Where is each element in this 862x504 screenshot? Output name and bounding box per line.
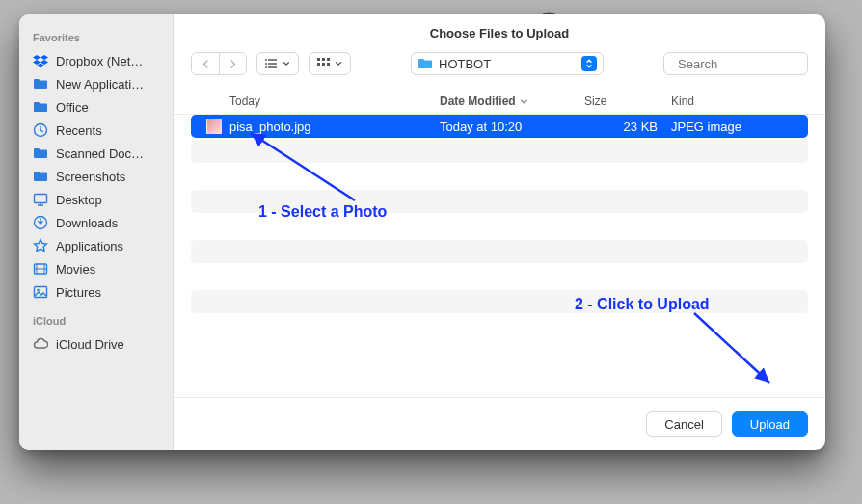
file-row-empty [191,265,808,288]
list-icon [265,58,279,69]
file-thumbnail-icon [206,119,222,134]
svg-rect-14 [327,63,330,66]
file-open-dialog: Favorites Dropbox (Net… New Applicati… O… [19,14,825,450]
svg-rect-4 [35,287,47,298]
sidebar-item-label: Movies [56,262,95,277]
folder-icon [33,146,48,161]
clock-icon [33,122,48,138]
picture-icon [33,284,48,300]
chevron-down-icon [335,60,342,67]
folder-icon [33,99,48,115]
applications-icon [33,238,48,253]
sidebar-item-movies[interactable]: Movies [19,257,173,280]
file-row-empty [191,240,808,263]
nav-back-forward [191,52,247,75]
svg-rect-13 [322,63,325,66]
folder-icon [33,76,48,92]
nav-forward-button[interactable] [219,53,246,74]
svg-rect-9 [317,58,320,61]
sort-chevron-icon [520,97,528,106]
view-list-menu[interactable] [256,52,299,75]
nav-back-button[interactable] [192,53,219,74]
file-name: pisa_photo.jpg [229,119,311,134]
sidebar-item-new-application[interactable]: New Applicati… [19,72,173,95]
file-row-empty [191,215,808,238]
desktop-icon [33,192,48,207]
sidebar-item-downloads[interactable]: Downloads [19,211,173,234]
sidebar-item-applications[interactable]: Applications [19,234,173,257]
file-row-empty [191,165,808,188]
sidebar-item-label: Pictures [56,285,101,300]
main-panel: Choose Files to Upload HOTBOT [174,14,825,450]
path-chevrons-icon [581,56,597,71]
sidebar-item-office[interactable]: Office [19,95,173,119]
column-kind[interactable]: Kind [671,94,808,108]
folder-path-label: HOTBOT [439,57,491,71]
upload-button[interactable]: Upload [732,411,808,437]
file-row-empty [191,290,808,313]
sidebar-item-label: Desktop [56,193,102,207]
movie-icon [33,261,48,277]
file-row-empty [191,190,808,213]
sidebar-section-favorites: Favorites [19,32,173,49]
download-icon [33,215,48,230]
file-size: 23 KB [584,119,671,134]
sidebar-item-screenshots[interactable]: Screenshots [19,165,173,188]
sidebar-item-label: New Applicati… [56,77,144,92]
folder-icon [418,56,433,71]
svg-point-8 [265,66,267,68]
sidebar-item-label: iCloud Drive [56,337,124,352]
sidebar-item-recents[interactable]: Recents [19,119,173,142]
file-row[interactable]: pisa_photo.jpg Today at 10:20 23 KB JPEG… [191,115,808,138]
dialog-title: Choose Files to Upload [174,14,825,46]
folder-path-popup[interactable]: HOTBOT [411,52,604,75]
file-row-empty [191,315,808,338]
file-date: Today at 10:20 [440,119,584,134]
sidebar-section-icloud: iCloud [19,315,173,332]
list-header: Today Date Modified Size Kind [174,89,825,115]
sidebar-item-scanned-docs[interactable]: Scanned Doc… [19,142,173,165]
file-kind: JPEG image [671,119,808,134]
svg-rect-11 [327,58,330,61]
folder-icon [33,169,48,184]
column-date[interactable]: Date Modified [440,94,584,108]
svg-rect-1 [35,195,47,203]
cancel-button[interactable]: Cancel [646,411,721,437]
toolbar: HOTBOT [174,46,825,89]
dropbox-icon [33,53,48,68]
sidebar-item-label: Applications [56,239,123,253]
sidebar-item-desktop[interactable]: Desktop [19,188,173,211]
svg-point-6 [265,59,267,61]
dialog-footer: Cancel Upload [174,397,825,450]
sidebar-item-label: Dropbox (Net… [56,54,143,68]
sidebar-item-label: Screenshots [56,170,125,184]
sidebar-item-icloud-drive[interactable]: iCloud Drive [19,332,173,356]
file-row-empty [191,140,808,163]
svg-point-5 [37,289,40,292]
view-grid-menu[interactable] [309,52,351,75]
column-size[interactable]: Size [584,94,671,108]
sidebar-item-pictures[interactable]: Pictures [19,280,173,304]
svg-rect-12 [317,63,320,66]
cloud-icon [33,336,48,352]
search-field[interactable] [663,52,808,75]
sidebar-item-label: Recents [56,123,102,138]
sidebar-item-label: Office [56,100,89,115]
sidebar: Favorites Dropbox (Net… New Applicati… O… [19,14,174,450]
chevron-down-icon [283,60,290,67]
file-list: pisa_photo.jpg Today at 10:20 23 KB JPEG… [174,115,825,397]
grid-icon [317,58,331,69]
search-input[interactable] [678,57,825,71]
column-name-hint: Today [191,94,440,108]
sidebar-item-label: Scanned Doc… [56,146,144,161]
sidebar-item-label: Downloads [56,216,118,230]
sidebar-item-dropbox[interactable]: Dropbox (Net… [19,49,173,72]
svg-rect-10 [322,58,325,61]
svg-point-7 [265,63,267,65]
